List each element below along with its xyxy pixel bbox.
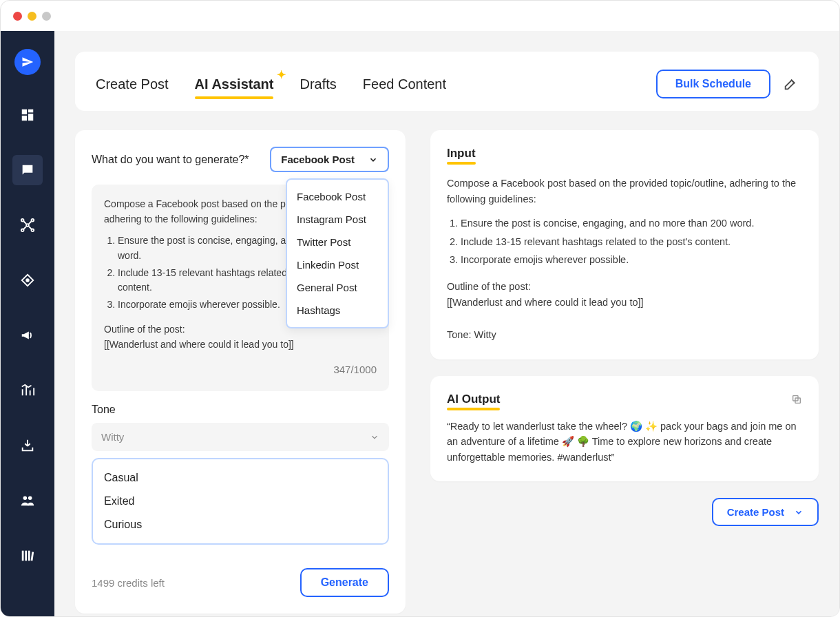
generator-card: What do you want to generate?* Facebook … (75, 130, 406, 614)
svg-rect-1 (28, 109, 33, 113)
svg-point-9 (32, 219, 34, 222)
tone-select[interactable]: Witty (92, 423, 389, 451)
input-outline-label: Outline of the post: (447, 279, 802, 295)
post-type-select[interactable]: Facebook Post (270, 147, 389, 172)
network-icon (20, 218, 35, 233)
action-row: Create Post (430, 498, 819, 526)
input-guideline-item: Include 13-15 relevant hashtags related … (461, 234, 802, 250)
people-icon (20, 493, 35, 508)
input-guideline-item: Incorporate emojis wherever possible. (461, 252, 802, 268)
sparkle-icon: ✦ (277, 68, 286, 81)
main-area: Create Post AI Assistant ✦ Drafts Feed C… (54, 31, 839, 616)
paper-plane-icon (21, 56, 34, 68)
columns: What do you want to generate?* Facebook … (75, 130, 819, 614)
create-post-button[interactable]: Create Post (712, 498, 819, 526)
tone-selected-value: Witty (101, 431, 124, 443)
titlebar (1, 1, 839, 31)
svg-point-10 (21, 229, 24, 232)
svg-rect-2 (28, 114, 33, 121)
input-tone: Tone: Witty (447, 327, 802, 343)
tab-ai-assistant-label: AI Assistant (195, 76, 274, 92)
tab-create-post[interactable]: Create Post (96, 76, 169, 92)
app-window: Create Post AI Assistant ✦ Drafts Feed C… (0, 0, 840, 617)
generate-button[interactable]: Generate (300, 568, 389, 597)
input-title: Input (447, 147, 476, 160)
svg-point-7 (26, 224, 29, 227)
svg-point-14 (28, 496, 32, 501)
type-option[interactable]: Facebook Post (287, 185, 388, 208)
generate-question-label: What do you want to generate?* (92, 154, 249, 166)
input-card: Input Compose a Facebook post based on t… (430, 130, 819, 359)
svg-point-8 (21, 219, 24, 222)
tone-option[interactable]: Exited (94, 490, 386, 513)
ai-output-card: AI Output “Ready to let wanderlust take … (430, 376, 819, 481)
inbox-download-icon (20, 438, 35, 453)
right-column: Input Compose a Facebook post based on t… (430, 130, 819, 526)
chart-icon (20, 383, 35, 398)
edit-icon[interactable] (783, 76, 798, 92)
type-option[interactable]: Hashtags (287, 299, 388, 322)
tone-label: Tone (92, 404, 389, 416)
top-actions: Bulk Schedule (656, 70, 798, 98)
type-option[interactable]: Linkedin Post (287, 253, 388, 276)
input-outline-value: [[Wanderlust and where could it lead you… (447, 295, 802, 311)
svg-rect-4 (24, 167, 25, 169)
tab-drafts[interactable]: Drafts (300, 76, 336, 92)
tone-dropdown: Casual Exited Curious (92, 458, 389, 545)
svg-point-11 (32, 229, 34, 232)
input-lead: Compose a Facebook post based on the pro… (447, 176, 802, 207)
svg-point-13 (23, 496, 28, 501)
post-type-selected: Facebook Post (281, 154, 355, 165)
post-type-dropdown: Facebook Post Instagram Post Twitter Pos… (286, 178, 389, 328)
grid-icon (20, 107, 35, 123)
tabs: Create Post AI Assistant ✦ Drafts Feed C… (96, 76, 446, 92)
credits-left: 1499 credits left (92, 577, 165, 589)
top-card: Create Post AI Assistant ✦ Drafts Feed C… (75, 52, 819, 111)
chevron-down-icon (794, 508, 804, 517)
megaphone-icon (20, 328, 35, 343)
svg-point-12 (26, 279, 29, 282)
svg-rect-3 (22, 116, 27, 121)
diamond-icon (20, 273, 35, 288)
svg-rect-6 (30, 167, 31, 169)
input-guideline-item: Ensure the post is concise, engaging, an… (461, 216, 802, 231)
type-option[interactable]: Twitter Post (287, 231, 388, 253)
svg-rect-17 (28, 551, 30, 561)
sidebar-item-analytics[interactable] (12, 375, 43, 406)
sidebar-item-dashboard[interactable] (12, 100, 43, 130)
tone-option[interactable]: Casual (94, 466, 386, 490)
tab-ai-assistant[interactable]: AI Assistant ✦ (195, 76, 274, 92)
create-post-label: Create Post (727, 506, 784, 518)
svg-rect-18 (31, 552, 34, 561)
chat-icon (20, 163, 35, 178)
sidebar-item-team[interactable] (12, 485, 43, 516)
sidebar-item-chat[interactable] (12, 155, 43, 185)
sidebar-item-target[interactable] (12, 265, 43, 295)
window-min-dot[interactable] (28, 12, 36, 21)
type-option[interactable]: General Post (287, 276, 388, 299)
library-icon (20, 548, 35, 563)
tab-feed-content[interactable]: Feed Content (363, 76, 446, 92)
chevron-down-icon (370, 432, 379, 442)
outline-value: [[Wanderlust and where could it lead you… (104, 337, 377, 353)
sidebar (1, 31, 54, 616)
sidebar-item-library[interactable] (12, 541, 43, 571)
app-logo[interactable] (14, 49, 41, 75)
chevron-down-icon (368, 155, 378, 165)
sidebar-item-promote[interactable] (12, 320, 43, 351)
type-option[interactable]: Instagram Post (287, 208, 388, 231)
window-close-dot[interactable] (13, 12, 22, 21)
ai-output-title: AI Output (447, 393, 500, 406)
tone-option[interactable]: Curious (94, 513, 386, 536)
svg-rect-0 (22, 109, 27, 114)
sidebar-item-network[interactable] (12, 210, 43, 240)
char-counter: 347/1000 (104, 362, 377, 377)
sidebar-item-download[interactable] (12, 430, 43, 461)
svg-rect-15 (22, 551, 24, 561)
ai-output-text: “Ready to let wanderlust take the wheel?… (447, 419, 802, 465)
copy-icon[interactable] (791, 394, 802, 405)
svg-rect-5 (27, 167, 28, 169)
bulk-schedule-button[interactable]: Bulk Schedule (656, 70, 770, 98)
svg-rect-16 (25, 551, 27, 561)
window-max-dot[interactable] (42, 12, 51, 21)
